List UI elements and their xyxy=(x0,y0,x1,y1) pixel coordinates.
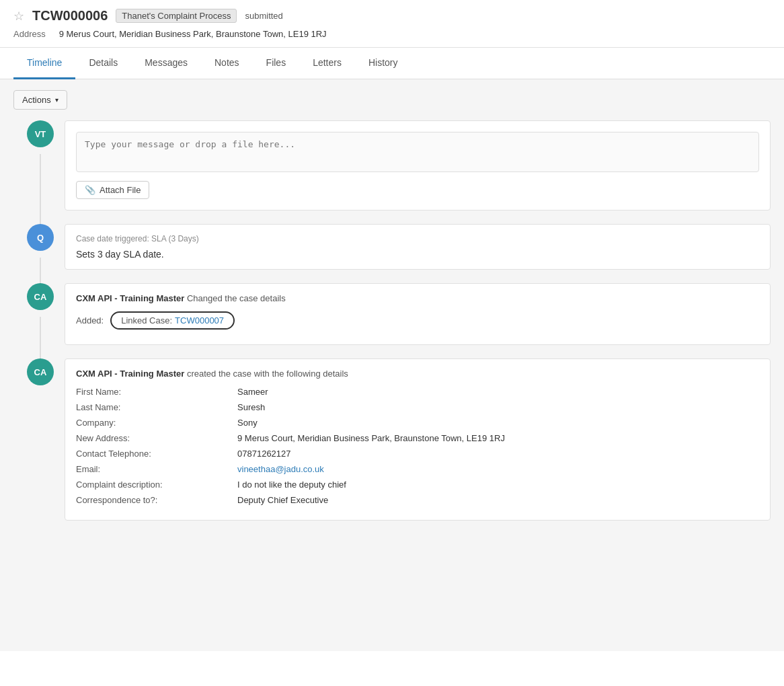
timeline-entry-compose: VT 📎 Attach File xyxy=(27,120,771,211)
field-value-email: vineethaa@jadu.co.uk xyxy=(237,464,324,474)
field-label-correspondence: Correspondence to?: xyxy=(76,495,237,505)
created-action-text: created the case with the following deta… xyxy=(187,369,348,379)
field-label-email: Email: xyxy=(76,464,237,474)
field-value-company: Sony xyxy=(237,418,258,428)
actions-label: Actions xyxy=(22,95,51,105)
tab-timeline[interactable]: Timeline xyxy=(13,48,75,79)
avatar-ca-1: CA xyxy=(27,283,54,310)
field-label-company: Company: xyxy=(76,418,237,428)
timeline: VT 📎 Attach File Q Case date triggered: … xyxy=(13,120,771,521)
field-label-telephone: Contact Telephone: xyxy=(76,449,237,459)
tab-letters[interactable]: Letters xyxy=(299,48,355,79)
field-telephone: Contact Telephone: 07871262127 xyxy=(76,449,759,459)
field-value-first-name: Sameer xyxy=(237,387,268,397)
sla-card: Case date triggered: SLA (3 Days) Sets 3… xyxy=(65,224,771,270)
linked-case-row: Added: Linked Case: TCW000007 xyxy=(76,311,759,330)
avatar-q: Q xyxy=(27,224,54,251)
field-value-complaint: I do not like the deputy chief xyxy=(237,480,346,490)
timeline-entry-created: CA CXM API - Training Master created the… xyxy=(27,358,771,521)
timeline-entry-change: CA CXM API - Training Master Changed the… xyxy=(27,283,771,345)
field-value-new-address: 9 Merus Court, Meridian Business Park, B… xyxy=(237,433,505,443)
linked-case-annotation: Linked Case: TCW000007 xyxy=(110,311,235,330)
field-label-complaint: Complaint description: xyxy=(76,480,237,490)
status-badge: submitted xyxy=(245,11,282,21)
field-complaint: Complaint description: I do not like the… xyxy=(76,480,759,490)
attach-icon: 📎 xyxy=(85,185,95,195)
field-value-last-name: Suresh xyxy=(237,402,265,412)
change-actor: CXM API - Training Master xyxy=(76,293,184,303)
content-area: Actions ▾ VT 📎 Attach File Q xyxy=(0,79,784,651)
field-label-first-name: First Name: xyxy=(76,387,237,397)
field-company: Company: Sony xyxy=(76,418,759,428)
actions-button[interactable]: Actions ▾ xyxy=(13,90,67,110)
field-correspondence: Correspondence to?: Deputy Chief Executi… xyxy=(76,495,759,505)
field-email: Email: vineethaa@jadu.co.uk xyxy=(76,464,759,474)
page-header: ☆ TCW000006 Thanet's Complaint Process s… xyxy=(0,0,784,48)
linked-case-label: Linked Case: xyxy=(121,315,172,326)
case-id: TCW000006 xyxy=(32,8,108,24)
field-new-address: New Address: 9 Merus Court, Meridian Bus… xyxy=(76,433,759,443)
process-badge: Thanet's Complaint Process xyxy=(116,9,237,23)
attach-file-button[interactable]: 📎 Attach File xyxy=(76,181,149,199)
field-label-new-address: New Address: xyxy=(76,433,237,443)
email-link[interactable]: vineethaa@jadu.co.uk xyxy=(237,464,324,474)
tab-history[interactable]: History xyxy=(355,48,411,79)
change-action-text: Changed the case details xyxy=(187,293,286,303)
avatar-ca-2: CA xyxy=(27,358,54,385)
created-actor: CXM API - Training Master xyxy=(76,369,184,379)
sla-message: Sets 3 day SLA date. xyxy=(76,249,759,260)
address-value: 9 Merus Court, Meridian Business Park, B… xyxy=(59,29,327,39)
tab-notes[interactable]: Notes xyxy=(201,48,253,79)
field-label-last-name: Last Name: xyxy=(76,402,237,412)
created-card: CXM API - Training Master created the ca… xyxy=(65,358,771,521)
field-last-name: Last Name: Suresh xyxy=(76,402,759,412)
compose-card: 📎 Attach File xyxy=(65,120,771,211)
attach-label: Attach File xyxy=(100,185,141,195)
change-card: CXM API - Training Master Changed the ca… xyxy=(65,283,771,345)
timeline-entry-sla: Q Case date triggered: SLA (3 Days) Sets… xyxy=(27,224,771,270)
star-icon[interactable]: ☆ xyxy=(13,9,24,24)
field-first-name: First Name: Sameer xyxy=(76,387,759,397)
message-input[interactable] xyxy=(76,132,759,172)
field-value-telephone: 07871262127 xyxy=(237,449,291,459)
tab-messages[interactable]: Messages xyxy=(131,48,201,79)
tab-details[interactable]: Details xyxy=(75,48,131,79)
address-label: Address xyxy=(13,29,46,39)
added-label: Added: xyxy=(76,315,104,326)
tabs-bar: Timeline Details Messages Notes Files Le… xyxy=(0,48,784,79)
field-value-correspondence: Deputy Chief Executive xyxy=(237,495,328,505)
change-header: CXM API - Training Master Changed the ca… xyxy=(76,293,759,303)
linked-case-link[interactable]: TCW000007 xyxy=(175,315,224,326)
tab-files[interactable]: Files xyxy=(253,48,300,79)
dropdown-caret-icon: ▾ xyxy=(55,96,58,104)
sla-trigger-text: Case date triggered: SLA (3 Days) xyxy=(76,234,759,243)
created-header: CXM API - Training Master created the ca… xyxy=(76,369,759,379)
avatar-vt: VT xyxy=(27,120,54,147)
